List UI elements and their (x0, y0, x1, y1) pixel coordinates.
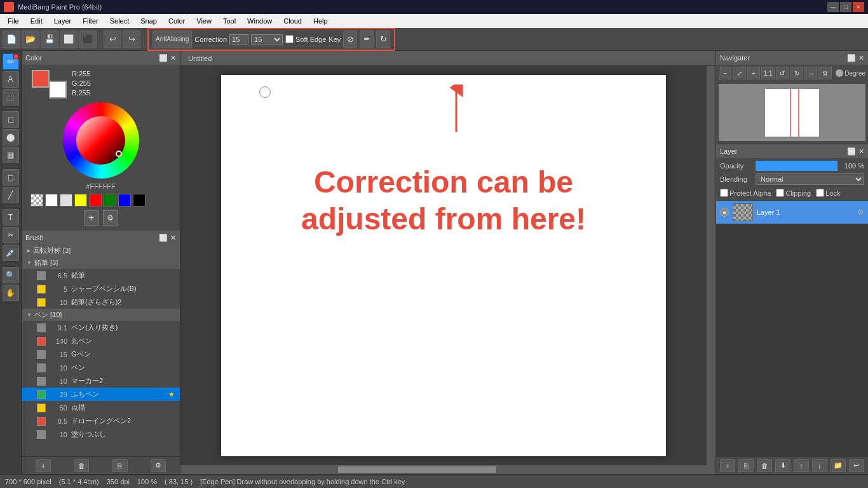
brush-item-g[interactable]: 15 Gペン (22, 348, 180, 361)
color-panel-expand[interactable]: ⬜ (159, 54, 168, 62)
minimize-button[interactable]: — (827, 2, 839, 12)
clipping-checkbox[interactable] (776, 189, 784, 197)
canvas-scrollbar-vertical[interactable] (707, 66, 715, 474)
nav-settings[interactable]: ⚙ (818, 67, 831, 79)
save-file-button[interactable]: 💾 (41, 30, 58, 48)
canvas-scrollbar-horizontal[interactable] (180, 465, 707, 474)
brush-item-fill[interactable]: 10 塗りつぶし (22, 428, 180, 441)
canvas-tab[interactable]: Untitled (180, 51, 715, 66)
brush-item-nuki[interactable]: 9.1 ペン(入り抜き) (22, 321, 180, 334)
nav-rotate-left[interactable]: ↺ (776, 67, 789, 79)
eyedropper-tool[interactable]: 💉 (3, 245, 19, 261)
transform-tool[interactable]: ✂ (3, 227, 19, 243)
foreground-color-swatch[interactable] (32, 70, 50, 88)
layer-item-1[interactable]: ● Layer 1 ⚙ (716, 201, 868, 224)
open-file-button[interactable]: 📂 (22, 30, 39, 48)
menu-filter[interactable]: Filter (78, 16, 103, 26)
manage-swatches-button[interactable]: ⚙ (103, 210, 118, 226)
canvas-container[interactable]: Correction can beadjusted from here! (180, 66, 707, 465)
nav-rotation-slider[interactable] (833, 72, 838, 74)
brush-panel-close[interactable]: ✕ (170, 234, 176, 242)
layer-delete-button[interactable]: 🗑 (757, 459, 772, 472)
menu-snap[interactable]: Snap (135, 16, 162, 26)
brush-settings-button[interactable]: ⚙ (151, 459, 166, 472)
menu-edit[interactable]: Edit (25, 16, 48, 26)
menu-file[interactable]: File (3, 16, 24, 26)
background-color-swatch[interactable] (49, 81, 67, 98)
antialias-toggle[interactable]: AntiAliasing (153, 30, 192, 48)
menu-select[interactable]: Select (105, 16, 135, 26)
brush-item-rough[interactable]: 10 鉛筆(ざらざら)2 (22, 295, 180, 309)
correction-select[interactable]: 15 0 5 10 20 (251, 34, 283, 44)
swatch-black[interactable] (133, 194, 146, 207)
brush-copy-button[interactable]: ⎘ (112, 459, 128, 472)
toolbar-btn-5[interactable]: ⬛ (79, 30, 97, 48)
opacity-slider[interactable] (756, 161, 837, 171)
menu-cloud[interactable]: Cloud (278, 16, 307, 26)
drawing-canvas[interactable]: Correction can beadjusted from here! (221, 75, 666, 456)
undo-button[interactable]: ↩ (104, 30, 121, 48)
blending-mode-select[interactable]: Normal Multiply Screen (756, 173, 864, 185)
layer-visibility-toggle[interactable]: ● (720, 208, 729, 217)
hand-tool[interactable]: ✋ (3, 285, 19, 301)
correction-input[interactable] (229, 34, 248, 44)
close-button[interactable]: ✕ (853, 2, 864, 12)
layer-merge-button[interactable]: ⬇ (775, 459, 790, 472)
brush-item-tenbyo[interactable]: 50 点描 (22, 401, 180, 414)
layer-add-button[interactable]: + (720, 459, 735, 472)
brush-item-enpitsu[interactable]: 6.5 鉛筆 (22, 269, 180, 282)
lock-label[interactable]: Lock (816, 189, 840, 197)
fg-bg-color-selector[interactable] (32, 70, 67, 98)
protect-alpha-checkbox[interactable] (720, 189, 728, 197)
menu-view[interactable]: View (191, 16, 217, 26)
nav-zoom-100[interactable]: 1:1 (761, 67, 774, 79)
fill-tool[interactable]: ⬤ (3, 129, 19, 146)
nav-flip[interactable]: ↔ (804, 67, 817, 79)
nav-rotate-right[interactable]: ↻ (790, 67, 803, 79)
new-file-button[interactable]: 📄 (3, 30, 20, 48)
zoom-tool[interactable]: 🔍 (3, 267, 19, 283)
layer-expand[interactable]: ⬜ (847, 147, 856, 156)
swatch-white[interactable] (45, 194, 58, 207)
brush-panel-expand[interactable]: ⬜ (159, 234, 168, 242)
key-btn-1[interactable]: ⊘ (343, 30, 357, 48)
shape-tool[interactable]: ◻ (3, 169, 19, 186)
layer-up-button[interactable]: ↑ (794, 459, 809, 472)
swatch-blue[interactable] (118, 194, 131, 207)
menu-color[interactable]: Color (163, 16, 190, 26)
brush-item-pen[interactable]: 10 ペン (22, 361, 180, 374)
color-triangle[interactable] (76, 116, 125, 165)
lasso-tool[interactable]: ⬚ (3, 89, 19, 105)
eraser-tool[interactable]: ◻ (3, 111, 19, 128)
swatch-red[interactable] (89, 194, 102, 207)
add-swatch-button[interactable]: + (84, 210, 99, 226)
brush-group-rotation[interactable]: ▶ 回転対称 [3] (22, 245, 180, 257)
navigator-expand[interactable]: ⬜ (847, 54, 856, 62)
swatch-transparent[interactable] (31, 194, 43, 207)
brush-group-pencil[interactable]: ▼ 鉛筆 [3] (22, 257, 180, 269)
lock-checkbox[interactable] (816, 189, 824, 197)
layer-folder-button[interactable]: 📁 (831, 459, 846, 472)
layer-import-button[interactable]: ↩ (849, 459, 864, 472)
layer-down-button[interactable]: ↓ (812, 459, 827, 472)
menu-help[interactable]: Help (308, 16, 333, 26)
select-tool[interactable]: A (3, 71, 19, 88)
soft-edge-checkbox[interactable] (285, 35, 294, 43)
nav-zoom-in[interactable]: + (747, 67, 760, 79)
color-wheel[interactable] (63, 102, 139, 179)
gradient-tool[interactable]: ▦ (3, 147, 19, 163)
horizontal-scrollbar-thumb[interactable] (338, 466, 496, 473)
brush-item-maru[interactable]: 140 丸ペン (22, 334, 180, 348)
pencil-tool[interactable]: ✏ (3, 53, 19, 70)
menu-layer[interactable]: Layer (49, 16, 77, 26)
menu-window[interactable]: Window (242, 16, 277, 26)
redo-button[interactable]: ↪ (123, 30, 140, 48)
text-tool[interactable]: T (3, 209, 19, 226)
layer-settings-icon[interactable]: ⚙ (857, 208, 864, 217)
key-btn-2[interactable]: ✒ (360, 30, 374, 48)
brush-item-sharp[interactable]: 5 シャープペンシル(B) (22, 282, 180, 295)
protect-alpha-label[interactable]: Protect Alpha (720, 189, 771, 197)
swatch-green[interactable] (104, 194, 116, 207)
brush-item-fuchi[interactable]: 29 ふちペン ★ (22, 388, 180, 401)
nav-fit[interactable]: ⤢ (733, 67, 745, 79)
